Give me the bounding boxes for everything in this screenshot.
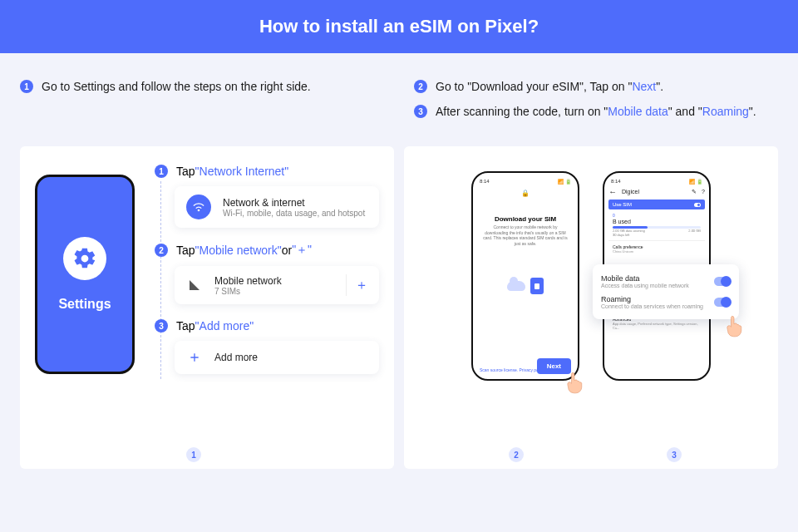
step-2: 2 Tap "Mobile network" or "＋" Mobile net…: [155, 243, 379, 304]
phone-digicel-settings: 8:14 📶🔋 ← Digicel ✎ ? Use SIM 0 B used: [603, 171, 711, 381]
panel-2: 8:14 📶🔋 🔒 Download your SIM Connect to y…: [404, 146, 778, 469]
carrier-bar: ← Digicel ✎ ?: [608, 187, 705, 196]
bullet-1: 1: [20, 80, 33, 93]
roaming-toggle[interactable]: Roaming Connect to data services when ro…: [601, 292, 731, 313]
data-usage: 0 B used 2.00 GB data warning 2.00 GB 30…: [608, 209, 705, 240]
bullet-2: 2: [414, 80, 427, 93]
switch-on-icon: [714, 298, 731, 307]
scan-link[interactable]: Scan source license. Privacy polic: [480, 367, 543, 372]
instruction-1-text: Go to Settings and follow the steps on t…: [42, 80, 311, 93]
card-mobile-title: Mobile network: [214, 275, 282, 287]
wifi-icon: [186, 195, 211, 219]
step-1: 1 Tap "Network Internet" Network & inter…: [155, 165, 379, 228]
step-1-bullet: 1: [155, 165, 168, 178]
sim-illustration: [477, 278, 574, 294]
switch-on-icon: [714, 277, 731, 286]
usage-bar: [613, 226, 701, 229]
edit-icon[interactable]: ✎: [692, 189, 697, 195]
statusbar: 8:14 📶🔋: [608, 178, 705, 185]
plus-icon: [186, 349, 203, 366]
back-arrow-icon[interactable]: ←: [608, 187, 617, 196]
bullet-3: 3: [414, 105, 427, 118]
phone-download-sim: 8:14 📶🔋 🔒 Download your SIM Connect to y…: [471, 171, 579, 381]
status-icons: 📶🔋: [687, 179, 702, 185]
panel-2-badge: 2: [509, 447, 524, 462]
plus-icon[interactable]: ＋: [346, 274, 367, 296]
download-sim-title: Download your SIM: [477, 215, 574, 223]
toggle-on-icon: [694, 203, 701, 207]
step-3: 3 Tap "Add more" Add more: [155, 319, 379, 374]
use-sim-toggle[interactable]: Use SIM: [608, 200, 705, 209]
page-title: How to install an eSIM on Pixel?: [259, 16, 539, 37]
card-network-sub: Wi‑Fi, mobile, data usage, and hotspot: [223, 209, 365, 218]
panel-1: Settings 1 Tap "Network Internet": [20, 146, 394, 469]
mobile-data-toggle[interactable]: Mobile data Access data using mobile net…: [601, 271, 731, 292]
instruction-1: 1 Go to Settings and follow the steps on…: [20, 80, 384, 93]
instruction-3: 3 After scanning the code, turn on "Mobi…: [414, 105, 778, 118]
settings-label: Settings: [58, 297, 111, 312]
step-3-bullet: 3: [155, 319, 168, 332]
page-header: How to install an eSIM on Pixel?: [0, 0, 798, 53]
instructions-left: 1 Go to Settings and follow the steps on…: [20, 80, 384, 130]
instruction-2-text: Go to "Download your eSIM", Tap on "Next…: [436, 80, 663, 93]
instruction-2: 2 Go to "Download your eSIM", Tap on "Ne…: [414, 80, 778, 93]
card-network-internet[interactable]: Network & internet Wi‑Fi, mobile, data u…: [175, 186, 379, 228]
panels-row: Settings 1 Tap "Network Internet": [0, 146, 798, 469]
gear-icon: [63, 237, 106, 280]
card-network-title: Network & internet: [223, 197, 365, 209]
status-icons: 📶🔋: [556, 179, 571, 185]
help-icon[interactable]: ?: [702, 189, 705, 195]
cloud-icon: [507, 281, 525, 291]
download-sim-sub: Connect to your mobile network by downlo…: [477, 223, 574, 248]
float-toggles-card: Mobile data Access data using mobile net…: [593, 264, 739, 319]
card-mobile-network[interactable]: Mobile network 7 SIMs ＋: [175, 266, 379, 304]
panel-3-badge: 3: [667, 447, 682, 462]
card-add-more[interactable]: Add more: [175, 341, 379, 374]
pointer-hand-icon: [722, 314, 746, 337]
lock-icon: 🔒: [521, 190, 530, 197]
statusbar: 8:14 📶🔋: [477, 178, 574, 185]
row-calls-pref[interactable]: Calls preference China Unicom: [608, 240, 705, 257]
step-2-bullet: 2: [155, 244, 168, 257]
sim-card-icon: [530, 278, 544, 294]
instructions-row: 1 Go to Settings and follow the steps on…: [0, 53, 798, 146]
phone-mock-settings: Settings: [35, 175, 135, 374]
card-addmore-title: Add more: [214, 352, 258, 363]
instruction-3-text: After scanning the code, turn on "Mobile…: [436, 105, 756, 118]
card-mobile-sub: 7 SIMs: [214, 287, 282, 296]
signal-icon: [186, 277, 203, 293]
panel-1-badge: 1: [186, 447, 201, 462]
pointer-hand-icon: [563, 371, 586, 394]
instructions-right: 2 Go to "Download your eSIM", Tap on "Ne…: [414, 80, 778, 130]
